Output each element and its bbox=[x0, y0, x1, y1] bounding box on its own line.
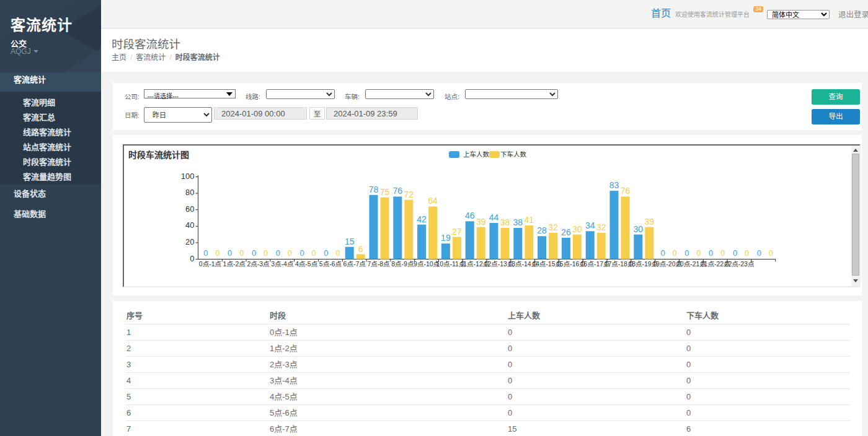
svg-text:2点-3点: 2点-3点 bbox=[247, 260, 269, 268]
svg-text:30: 30 bbox=[572, 224, 582, 234]
svg-text:0: 0 bbox=[311, 248, 316, 258]
svg-text:0: 0 bbox=[660, 248, 665, 258]
svg-text:3点-4点: 3点-4点 bbox=[271, 260, 293, 268]
svg-text:83: 83 bbox=[609, 180, 619, 190]
svg-text:0: 0 bbox=[769, 248, 773, 258]
svg-text:15: 15 bbox=[345, 237, 355, 246]
svg-text:40: 40 bbox=[185, 220, 194, 230]
svg-text:34: 34 bbox=[585, 220, 595, 230]
svg-text:6点-7点: 6点-7点 bbox=[343, 260, 366, 268]
svg-text:60: 60 bbox=[185, 204, 194, 214]
svg-text:64: 64 bbox=[428, 196, 438, 206]
svg-text:8点-9点: 8点-9点 bbox=[391, 260, 414, 268]
svg-text:32: 32 bbox=[548, 222, 558, 232]
svg-text:27: 27 bbox=[452, 227, 462, 237]
svg-text:0: 0 bbox=[720, 248, 725, 258]
svg-text:0: 0 bbox=[215, 248, 219, 258]
svg-text:32: 32 bbox=[596, 222, 606, 232]
svg-text:44: 44 bbox=[489, 212, 499, 222]
svg-text:26: 26 bbox=[561, 227, 571, 237]
svg-text:1点-2点: 1点-2点 bbox=[223, 260, 246, 268]
svg-text:0: 0 bbox=[757, 248, 761, 258]
svg-text:39: 39 bbox=[645, 217, 655, 227]
svg-text:0: 0 bbox=[264, 248, 268, 258]
svg-text:20: 20 bbox=[185, 237, 194, 246]
svg-text:39: 39 bbox=[476, 217, 486, 227]
svg-text:28: 28 bbox=[537, 225, 547, 235]
svg-text:80: 80 bbox=[185, 188, 194, 197]
svg-text:30: 30 bbox=[634, 224, 644, 234]
svg-text:0: 0 bbox=[335, 248, 340, 258]
svg-text:0: 0 bbox=[239, 248, 244, 258]
svg-text:100: 100 bbox=[181, 172, 195, 181]
svg-text:42: 42 bbox=[417, 214, 427, 224]
svg-text:41: 41 bbox=[525, 215, 534, 225]
svg-text:0: 0 bbox=[696, 248, 701, 258]
svg-text:0: 0 bbox=[299, 248, 304, 258]
svg-text:22点-23点: 22点-23点 bbox=[725, 260, 755, 268]
svg-text:0: 0 bbox=[276, 248, 280, 258]
svg-text:46: 46 bbox=[465, 211, 475, 220]
svg-text:0: 0 bbox=[324, 248, 328, 258]
svg-text:0: 0 bbox=[228, 248, 232, 258]
svg-text:7点-8点: 7点-8点 bbox=[367, 260, 389, 268]
svg-text:0点-1点: 0点-1点 bbox=[199, 260, 221, 268]
svg-text:0: 0 bbox=[190, 254, 194, 263]
svg-text:0: 0 bbox=[672, 248, 676, 258]
svg-text:0: 0 bbox=[733, 248, 737, 258]
svg-text:78: 78 bbox=[369, 185, 379, 194]
svg-text:76: 76 bbox=[621, 186, 631, 196]
svg-text:0: 0 bbox=[288, 248, 292, 258]
svg-text:0: 0 bbox=[745, 248, 749, 258]
svg-text:72: 72 bbox=[404, 190, 414, 199]
svg-text:76: 76 bbox=[393, 186, 403, 196]
svg-text:0: 0 bbox=[252, 248, 256, 258]
svg-text:6: 6 bbox=[358, 244, 363, 254]
svg-text:0: 0 bbox=[709, 248, 713, 258]
svg-text:75: 75 bbox=[380, 187, 390, 197]
svg-text:38: 38 bbox=[513, 217, 523, 227]
svg-text:0: 0 bbox=[203, 248, 208, 258]
svg-text:38: 38 bbox=[500, 217, 510, 227]
svg-text:19: 19 bbox=[441, 233, 451, 243]
svg-text:5点-6点: 5点-6点 bbox=[319, 260, 342, 268]
svg-text:0: 0 bbox=[684, 248, 689, 258]
svg-text:4点-5点: 4点-5点 bbox=[295, 260, 317, 268]
